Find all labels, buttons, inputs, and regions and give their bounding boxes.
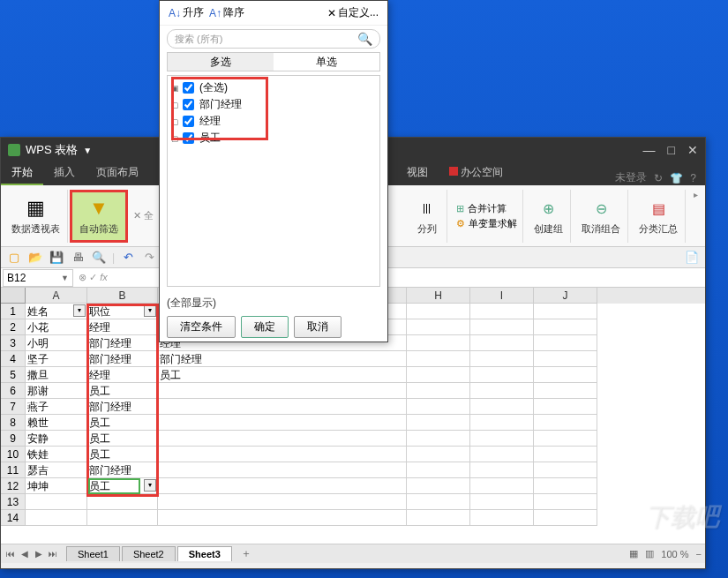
filter-dropdown-icon[interactable]: ▾ <box>73 304 86 317</box>
app-menu-dropdown-icon[interactable]: ▼ <box>83 146 92 155</box>
row-header[interactable]: 12 <box>1 478 26 494</box>
filter-tab-multi[interactable]: 多选 <box>168 53 274 71</box>
row-header[interactable]: 6 <box>1 383 26 399</box>
row-header[interactable]: 9 <box>1 431 26 447</box>
sheet-tab-1[interactable]: Sheet1 <box>66 546 120 561</box>
col-header-A[interactable]: A <box>26 288 87 304</box>
cell-B6[interactable]: 员工 <box>87 383 158 399</box>
minimize-icon[interactable]: — <box>643 143 656 157</box>
cell-A2[interactable]: 小花 <box>26 319 87 335</box>
cell-B3[interactable]: 部门经理 <box>87 335 158 351</box>
row-header[interactable]: 13 <box>1 494 26 510</box>
col-header-J[interactable]: J <box>534 288 597 304</box>
sheet-tab-3[interactable]: Sheet3 <box>177 546 232 561</box>
maximize-icon[interactable]: □ <box>668 143 675 157</box>
row-header[interactable]: 7 <box>1 399 26 415</box>
save-icon[interactable]: 💾 <box>49 250 64 266</box>
cell-A5[interactable]: 撒旦 <box>26 367 87 383</box>
sort-desc-button[interactable]: A↑降序 <box>209 5 244 20</box>
cell-A7[interactable]: 燕子 <box>26 399 87 415</box>
filter-checkbox-item[interactable]: ▣(全选) <box>171 79 376 96</box>
checkbox[interactable] <box>183 82 194 94</box>
sheet-add-icon[interactable]: ＋ <box>234 544 259 563</box>
print-icon[interactable]: 🖶 <box>70 250 86 266</box>
cell-A3[interactable]: 小明 <box>26 335 87 351</box>
view-normal-icon[interactable]: ▦ <box>629 548 638 559</box>
ribbon-group[interactable]: ⊕ 创建组 <box>527 190 571 243</box>
cell-B4[interactable]: 部门经理 <box>87 351 158 367</box>
checkbox[interactable] <box>183 132 194 144</box>
cell-B12[interactable]: 员工▾ <box>87 478 158 494</box>
ribbon-pivot[interactable]: ▦ 数据透视表 <box>4 190 68 243</box>
preview-icon[interactable]: 🔍 <box>91 250 107 266</box>
new-icon[interactable]: ▢ <box>6 250 22 266</box>
cell-A12[interactable]: 坤坤 <box>26 478 87 494</box>
tab-office-space[interactable]: 办公空间 <box>439 161 514 185</box>
login-status[interactable]: 未登录 <box>615 170 647 185</box>
filter-tab-single[interactable]: 单选 <box>274 53 379 71</box>
cell-A6[interactable]: 那谢 <box>26 383 87 399</box>
ribbon-text-to-columns[interactable]: ⫼ 分列 <box>408 190 447 243</box>
cell-B2[interactable]: 经理 <box>87 319 158 335</box>
sheet-nav-prev-icon[interactable]: ◀ <box>19 549 31 559</box>
filter-checkbox-item[interactable]: ▢员工 <box>171 130 376 146</box>
ribbon-overflow[interactable]: ▸ <box>689 190 702 243</box>
filter-dropdown-icon[interactable]: ▾ <box>144 304 156 317</box>
col-header-H[interactable]: H <box>407 288 470 304</box>
cell-A4[interactable]: 坚子 <box>26 351 87 367</box>
row-header[interactable]: 4 <box>1 351 26 367</box>
row-header[interactable]: 14 <box>1 510 26 526</box>
cancel-button[interactable]: 取消 <box>294 316 341 338</box>
help-icon[interactable]: ? <box>690 172 696 184</box>
filter-search-input[interactable]: 搜索 (所有) 🔍 <box>167 29 380 49</box>
sort-asc-button[interactable]: A↓升序 <box>169 5 204 20</box>
tab-insert[interactable]: 插入 <box>43 161 86 185</box>
cell-B9[interactable]: 员工 <box>87 431 158 447</box>
custom-filter-button[interactable]: ✕自定义... <box>327 5 379 20</box>
cell-A10[interactable]: 铁娃 <box>26 447 87 462</box>
cell-B8[interactable]: 员工 <box>87 415 158 431</box>
ribbon-ungroup[interactable]: ⊖ 取消组合 <box>574 190 628 243</box>
row-header[interactable]: 5 <box>1 367 26 383</box>
select-all-corner[interactable] <box>1 288 26 304</box>
open-icon[interactable]: 📂 <box>27 250 43 266</box>
cell-A11[interactable]: 瑟吉 <box>26 462 87 478</box>
undo-icon[interactable]: ↶ <box>120 250 136 266</box>
sync-icon[interactable]: ↻ <box>654 172 663 184</box>
checkbox[interactable] <box>183 99 194 110</box>
cell-B10[interactable]: 员工 <box>87 447 158 462</box>
ok-button[interactable]: 确定 <box>241 316 289 338</box>
cell-B11[interactable]: 部门经理 <box>87 462 158 478</box>
name-box[interactable]: B12▼ <box>3 269 73 287</box>
zoom-out-icon[interactable]: − <box>696 549 702 559</box>
sheet-tab-2[interactable]: Sheet2 <box>122 546 176 561</box>
clear-filter-button[interactable]: 清空条件 <box>167 316 236 338</box>
cell-B7[interactable]: 部门经理 <box>87 399 158 415</box>
cell-A8[interactable]: 赖世 <box>26 415 87 431</box>
cell-A1[interactable]: 姓名▾ <box>26 304 87 319</box>
checkbox[interactable] <box>183 116 194 127</box>
ribbon-consolidate[interactable]: ⊞合并计算 <box>456 202 517 215</box>
cell-A9[interactable]: 安静 <box>26 431 87 447</box>
row-header[interactable]: 11 <box>1 462 26 478</box>
view-page-icon[interactable]: ▥ <box>645 548 654 559</box>
zoom-level[interactable]: 100 % <box>661 549 688 559</box>
row-header[interactable]: 3 <box>1 335 26 351</box>
row-header[interactable]: 2 <box>1 319 26 335</box>
tab-view[interactable]: 视图 <box>396 161 439 185</box>
filter-dropdown-icon[interactable]: ▾ <box>144 479 156 492</box>
shirt-icon[interactable]: 👕 <box>670 172 683 184</box>
filter-checkbox-item[interactable]: ▢部门经理 <box>171 96 376 113</box>
row-header[interactable]: 10 <box>1 447 26 462</box>
row-header[interactable]: 8 <box>1 415 26 431</box>
redo-icon[interactable]: ↷ <box>141 250 157 266</box>
sheet-nav-next-icon[interactable]: ▶ <box>33 549 45 559</box>
close-icon[interactable]: ✕ <box>687 143 698 157</box>
filter-checkbox-item[interactable]: ▢经理 <box>171 113 376 130</box>
col-header-I[interactable]: I <box>470 288 534 304</box>
ribbon-subtotal[interactable]: ▤ 分类汇总 <box>632 190 686 243</box>
ribbon-autofilter[interactable]: ▼ 自动筛选 <box>70 190 128 243</box>
tab-start[interactable]: 开始 <box>1 161 43 185</box>
sheet-nav-last-icon[interactable]: ⏭ <box>47 549 59 559</box>
col-header-B[interactable]: B <box>87 288 158 304</box>
